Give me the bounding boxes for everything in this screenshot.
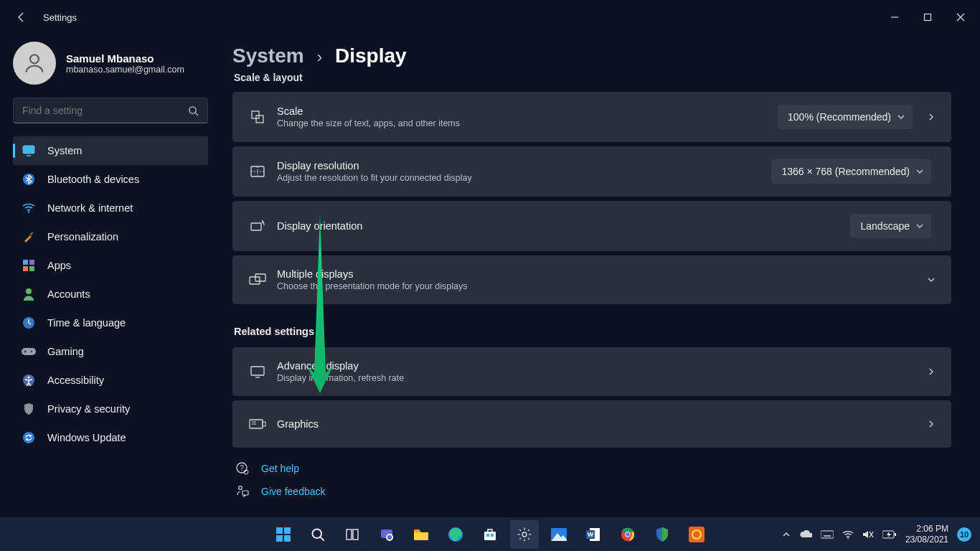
settings-app-button[interactable] bbox=[510, 520, 539, 549]
svg-point-17 bbox=[31, 351, 33, 353]
chevron-down-icon bbox=[915, 222, 924, 230]
taskbar-search-button[interactable] bbox=[303, 520, 332, 549]
sidebar-item-label: Accounts bbox=[47, 288, 90, 300]
sidebar-item-accessibility[interactable]: Accessibility bbox=[13, 366, 208, 395]
svg-rect-28 bbox=[255, 274, 265, 281]
edge-button[interactable] bbox=[441, 520, 470, 549]
sidebar-item-time-language[interactable]: Time & language bbox=[13, 309, 208, 337]
svg-rect-51 bbox=[414, 529, 420, 532]
photos-button[interactable] bbox=[545, 520, 573, 549]
section-related-title: Related settings bbox=[234, 326, 951, 337]
setting-row-multiple[interactable]: Multiple displaysChoose the presentation… bbox=[232, 255, 951, 304]
word-button[interactable]: W bbox=[579, 520, 608, 549]
taskbar-date: 23/08/2021 bbox=[905, 534, 948, 545]
volume-icon[interactable] bbox=[862, 529, 874, 540]
svg-rect-10 bbox=[23, 260, 28, 265]
chevron-right-icon bbox=[927, 367, 936, 376]
svg-rect-12 bbox=[23, 266, 28, 271]
shield-icon bbox=[22, 402, 36, 416]
task-view-button[interactable] bbox=[338, 520, 367, 549]
sidebar-item-personalization[interactable]: Personalization bbox=[13, 222, 208, 251]
user-name: Samuel Mbanaso bbox=[66, 52, 184, 65]
svg-rect-13 bbox=[29, 266, 34, 271]
sidebar-item-label: Gaming bbox=[47, 346, 84, 357]
security-button[interactable] bbox=[648, 520, 677, 549]
get-help-link[interactable]: ?Get help bbox=[235, 462, 951, 475]
wifi-icon[interactable] bbox=[842, 530, 854, 539]
setting-row-graphics[interactable]: Graphics bbox=[232, 400, 951, 448]
advanced-icon bbox=[248, 362, 267, 381]
give-feedback-link[interactable]: Give feedback bbox=[235, 485, 951, 498]
sidebar-item-label: Personalization bbox=[47, 231, 118, 242]
svg-rect-74 bbox=[895, 533, 896, 536]
svg-point-38 bbox=[239, 486, 242, 490]
back-button[interactable] bbox=[10, 6, 33, 29]
minimize-button[interactable] bbox=[878, 6, 911, 29]
close-button[interactable] bbox=[944, 6, 977, 29]
user-profile[interactable]: Samuel Mbanaso mbanaso.samuel@gmail.com bbox=[13, 42, 208, 85]
sidebar-item-system[interactable]: System bbox=[13, 136, 208, 165]
avatar bbox=[13, 42, 56, 85]
sidebar-item-privacy-security[interactable]: Privacy & security bbox=[13, 395, 208, 423]
setting-row-orientation[interactable]: Display orientationLandscape bbox=[232, 201, 951, 251]
user-email: mbanaso.samuel@gmail.com bbox=[66, 65, 184, 75]
wifi-icon bbox=[22, 201, 36, 215]
sidebar-item-accounts[interactable]: Accounts bbox=[13, 280, 208, 309]
sidebar-item-gaming[interactable]: Gaming bbox=[13, 337, 208, 366]
svg-rect-27 bbox=[250, 277, 260, 284]
sidebar-item-network-internet[interactable]: Network & internet bbox=[13, 194, 208, 222]
start-button[interactable] bbox=[269, 520, 298, 549]
svg-rect-1 bbox=[925, 14, 931, 21]
sidebar-item-windows-update[interactable]: Windows Update bbox=[13, 423, 208, 452]
store-button[interactable] bbox=[476, 520, 504, 549]
taskbar-time: 2:06 PM bbox=[905, 524, 948, 534]
sidebar-item-label: Time & language bbox=[47, 317, 126, 329]
svg-point-70 bbox=[847, 537, 849, 539]
update-icon bbox=[22, 430, 36, 445]
chevron-right-icon: › bbox=[317, 48, 322, 67]
chat-button[interactable] bbox=[372, 520, 401, 549]
search-input[interactable] bbox=[13, 98, 208, 123]
svg-point-20 bbox=[23, 432, 34, 443]
sidebar-item-bluetooth-devices[interactable]: Bluetooth & devices bbox=[13, 165, 208, 194]
bluetooth-icon bbox=[22, 172, 36, 187]
resolution-dropdown[interactable]: 980 × 551 (Recommended) bbox=[771, 159, 931, 184]
svg-rect-11 bbox=[29, 260, 34, 265]
setting-desc: Display information, refresh rate bbox=[277, 373, 917, 383]
chrome-button[interactable] bbox=[613, 520, 642, 549]
svg-rect-5 bbox=[23, 146, 34, 154]
monitor-icon bbox=[22, 143, 36, 158]
file-explorer-button[interactable] bbox=[407, 520, 435, 549]
setting-row-resolution[interactable]: Display resolutionAdjust the resolution … bbox=[232, 146, 951, 197]
breadcrumb-root[interactable]: System bbox=[232, 44, 304, 67]
svg-point-8 bbox=[28, 211, 29, 212]
sidebar-item-label: Privacy & security bbox=[47, 403, 130, 415]
chevron-down-icon bbox=[915, 167, 924, 176]
link-icon: ? bbox=[235, 462, 250, 475]
keyboard-icon[interactable] bbox=[821, 530, 834, 539]
orientation-dropdown[interactable]: Landscape bbox=[850, 214, 931, 238]
sidebar-item-label: Apps bbox=[47, 260, 71, 271]
svg-rect-43 bbox=[284, 535, 291, 542]
sidebar-item-apps[interactable]: Apps bbox=[13, 251, 208, 280]
setting-desc: Change the size of text, apps, and other… bbox=[277, 118, 778, 128]
chevron-right-icon bbox=[927, 113, 936, 121]
scale-dropdown[interactable]: 100% (Recommended) bbox=[778, 105, 913, 129]
orientation-icon bbox=[248, 217, 267, 235]
notification-badge[interactable]: 10 bbox=[957, 527, 971, 542]
svg-rect-21 bbox=[252, 111, 259, 118]
svg-point-50 bbox=[387, 534, 392, 539]
onedrive-icon[interactable] bbox=[799, 530, 812, 539]
setting-row-advanced[interactable]: Advanced displayDisplay information, ref… bbox=[232, 347, 951, 396]
brush-icon bbox=[22, 230, 36, 244]
maximize-button[interactable] bbox=[911, 6, 944, 29]
setting-row-scale[interactable]: ScaleChange the size of text, apps, and … bbox=[232, 92, 951, 142]
app-button[interactable] bbox=[682, 520, 711, 549]
section-scale-layout-title: Scale & layout bbox=[234, 72, 951, 83]
setting-title: Display orientation bbox=[277, 220, 850, 232]
systray-overflow-icon[interactable] bbox=[782, 530, 791, 539]
svg-rect-42 bbox=[276, 535, 283, 542]
search-field[interactable] bbox=[22, 105, 188, 116]
battery-icon[interactable] bbox=[882, 530, 897, 539]
taskbar-clock[interactable]: 2:06 PM 23/08/2021 bbox=[905, 524, 948, 545]
